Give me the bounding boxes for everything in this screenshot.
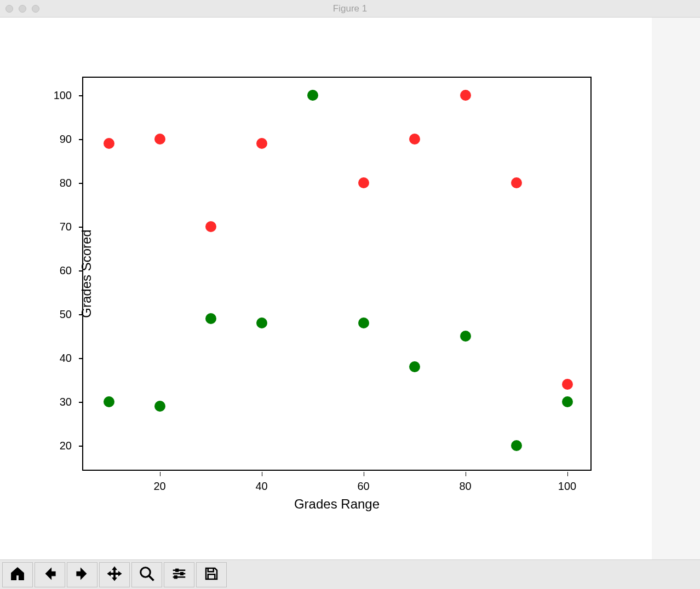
y-tick-mark — [79, 358, 83, 359]
y-tick-mark — [79, 139, 83, 140]
x-tick-label: 100 — [558, 476, 576, 493]
minimize-icon[interactable] — [19, 5, 26, 13]
arrow-right-icon — [74, 565, 90, 584]
right-panel-strip — [652, 18, 700, 559]
arrow-left-icon — [42, 565, 58, 584]
x-tick-mark — [567, 472, 569, 476]
data-point — [511, 440, 522, 451]
pan-button[interactable] — [99, 562, 130, 587]
x-tick-mark — [466, 472, 467, 476]
data-point — [562, 379, 573, 390]
maximize-icon[interactable] — [32, 5, 39, 13]
y-tick-label: 40 — [60, 352, 76, 365]
data-point — [562, 396, 573, 407]
data-point — [256, 138, 267, 149]
y-tick-mark — [79, 270, 83, 272]
data-point — [460, 331, 471, 342]
save-button[interactable] — [196, 562, 227, 587]
data-point — [409, 134, 420, 145]
data-point — [104, 138, 114, 149]
y-tick-label: 20 — [60, 440, 76, 452]
x-tick-label: 40 — [255, 476, 267, 493]
data-point — [256, 317, 267, 328]
forward-button[interactable] — [67, 562, 97, 587]
y-tick-label: 90 — [60, 133, 76, 146]
data-point — [409, 361, 420, 372]
x-tick-label: 80 — [459, 476, 471, 493]
window-title: Figure 1 — [0, 3, 700, 14]
close-icon[interactable] — [5, 5, 13, 13]
x-axis-label: Grades Range — [83, 496, 590, 512]
y-tick-mark — [79, 227, 83, 228]
svg-point-0 — [141, 567, 151, 577]
y-tick-label: 80 — [60, 177, 76, 189]
y-tick-label: 30 — [60, 396, 76, 408]
y-axis-label: Grades Scored — [79, 229, 94, 317]
svg-rect-3 — [176, 569, 179, 571]
data-point — [205, 313, 216, 324]
zoom-button[interactable] — [131, 562, 162, 587]
figure-canvas: Grades Scored Grades Range 2030405060708… — [0, 18, 652, 559]
plot-area: Grades Scored Grades Range 2030405060708… — [82, 77, 592, 471]
save-icon — [203, 565, 220, 584]
home-button[interactable] — [2, 562, 33, 587]
x-tick-mark — [262, 472, 263, 476]
data-point — [460, 90, 471, 101]
y-tick-label: 100 — [54, 89, 76, 102]
back-button[interactable] — [35, 562, 65, 587]
window-controls — [0, 5, 39, 13]
data-point — [154, 134, 165, 145]
x-tick-mark — [364, 472, 365, 476]
data-point — [358, 177, 369, 188]
y-tick-mark — [79, 95, 83, 96]
y-tick-label: 50 — [60, 308, 76, 321]
titlebar: Figure 1 — [0, 0, 700, 18]
data-point — [205, 221, 216, 232]
svg-line-1 — [149, 575, 154, 580]
data-point — [154, 401, 165, 412]
data-point — [511, 177, 522, 188]
data-point — [307, 90, 318, 101]
data-point — [358, 317, 369, 328]
svg-rect-7 — [174, 575, 177, 578]
x-tick-label: 60 — [357, 476, 369, 493]
y-tick-mark — [79, 402, 83, 403]
home-icon — [9, 565, 26, 584]
x-tick-label: 20 — [153, 476, 165, 493]
data-point — [104, 396, 114, 407]
move-icon — [106, 565, 123, 584]
zoom-icon — [139, 565, 155, 584]
sliders-icon — [171, 565, 187, 584]
x-tick-mark — [160, 472, 161, 476]
svg-rect-5 — [181, 572, 183, 575]
y-tick-mark — [79, 314, 83, 315]
configure-button[interactable] — [164, 562, 194, 587]
y-tick-label: 70 — [60, 221, 76, 233]
y-tick-label: 60 — [60, 264, 76, 277]
matplotlib-toolbar — [0, 559, 700, 589]
y-tick-mark — [79, 446, 83, 447]
y-tick-mark — [79, 183, 83, 184]
